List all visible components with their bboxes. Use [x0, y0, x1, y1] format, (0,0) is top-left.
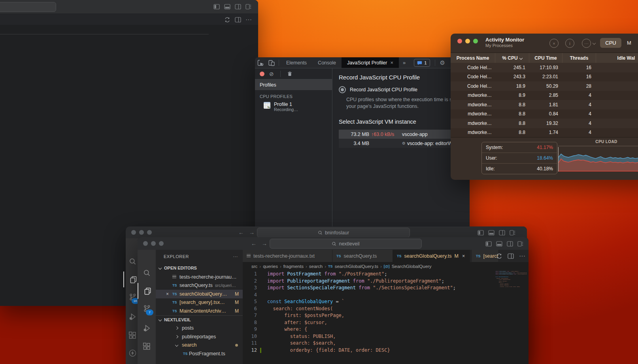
process-row[interactable]: Code Hel…18.950.2928	[451, 81, 638, 91]
toggle-sidebar-icon[interactable]	[213, 4, 220, 10]
process-row[interactable]: Code Hel…243.32:23.0116	[451, 72, 638, 82]
code-editor[interactable]: 1import PostFragment from "./PostFragmen…	[243, 271, 529, 364]
command-center-search[interactable]: nextleveil	[270, 239, 422, 249]
back-icon[interactable]: ←	[251, 240, 257, 247]
tree-item-posts[interactable]: posts	[156, 324, 243, 333]
minimize-button[interactable]	[139, 230, 144, 235]
code-line[interactable]: 11 search: $search,	[243, 340, 529, 347]
toggle-secondary-sidebar-icon[interactable]	[499, 230, 505, 236]
process-row[interactable]: mdworke…8.81.814	[451, 100, 638, 109]
delete-profile-icon[interactable]	[287, 71, 293, 77]
tab-elements[interactable]: Elements	[281, 57, 312, 68]
process-row[interactable]: mdworke…8.92.854	[451, 91, 638, 100]
code-line[interactable]: 8 after: $cursor,	[243, 319, 529, 326]
customize-layout-icon[interactable]	[510, 230, 516, 236]
vm-instance-row[interactable]: 73.2 MB ↑63.0 kB/s vscode-app	[339, 130, 470, 139]
titlebar[interactable]: ← → nextleveil	[138, 237, 529, 250]
col-idle-wake[interactable]: Idle Wal	[596, 53, 638, 63]
breadcrumb-item[interactable]: search	[309, 264, 323, 269]
command-center-search[interactable]: bninfoslaur	[257, 228, 410, 238]
process-row[interactable]: mdworke…8.80.844	[451, 109, 638, 119]
open-editor-item[interactable]: TS MainContentArchiv… M	[156, 307, 243, 315]
code-line[interactable]: 6 search: contentNodes(	[243, 306, 529, 313]
explorer-icon[interactable]	[138, 283, 157, 299]
zoom-button[interactable]	[147, 230, 152, 235]
explorer-more-icon[interactable]: ···	[233, 254, 238, 259]
cpu-profile-radio[interactable]	[339, 86, 346, 93]
minimize-button[interactable]	[465, 39, 470, 43]
col-cpu-percent[interactable]: % CPU	[495, 53, 529, 63]
tree-item-publireportages[interactable]: publireportages	[156, 332, 243, 341]
open-editor-item[interactable]: tests-recherche-journau…	[156, 273, 243, 281]
tab-tests-recherche[interactable]: tests-recherche-journaux.txt	[243, 250, 332, 262]
code-line[interactable]: 7 first: $postsPerPage,	[243, 312, 529, 319]
toggle-panel-icon[interactable]	[488, 230, 495, 236]
settings-gear-icon[interactable]: ⚙	[440, 59, 445, 66]
more-actions-icon[interactable]: ···	[245, 16, 252, 23]
tab-search-query-tsx[interactable]: TS [search_query].tsx	[472, 250, 499, 262]
toggle-sidebar-icon[interactable]	[478, 230, 484, 236]
toggle-secondary-sidebar-icon[interactable]	[507, 241, 513, 247]
forward-icon[interactable]: →	[262, 240, 267, 247]
process-row[interactable]: Code Hel…245.117:10.9316	[451, 63, 638, 72]
memory-tab[interactable]: M	[627, 40, 631, 46]
process-row[interactable]: mdworke…8.819.324	[451, 119, 638, 128]
close-tab-icon[interactable]: ×	[390, 60, 393, 66]
tree-item-postfragment[interactable]: TS PostFragment.ts	[156, 349, 243, 358]
more-options-icon[interactable]: ···	[582, 39, 591, 48]
titlebar[interactable]: Activity Monitor My Processes × i ··· CP…	[451, 34, 638, 53]
tab-console[interactable]: Console	[312, 57, 342, 68]
console-messages-badge[interactable]: 1	[414, 59, 430, 67]
workspace-root-section[interactable]: NEXTLEVEIL	[156, 315, 243, 324]
minimap[interactable]: import PostFragment from "./PostFragment…	[495, 271, 527, 315]
toggle-sidebar-icon[interactable]	[485, 241, 492, 247]
code-line[interactable]: 3import SectionsSpecialeFragment from ".…	[243, 285, 529, 292]
split-editor-icon[interactable]	[508, 253, 514, 259]
forward-icon[interactable]: →	[249, 229, 255, 236]
col-process-name[interactable]: Process Name	[451, 53, 495, 63]
open-changes-icon[interactable]	[224, 17, 230, 23]
col-threads[interactable]: Threads	[562, 53, 596, 63]
close-button[interactable]	[131, 230, 136, 235]
source-control-icon[interactable]: 7	[138, 300, 156, 316]
process-row[interactable]: mdworke…8.81.744	[451, 128, 638, 138]
inspect-element-icon[interactable]	[255, 57, 266, 68]
code-line[interactable]: 4	[243, 292, 529, 299]
command-center-search[interactable]	[0, 2, 56, 12]
zoom-button[interactable]	[159, 241, 164, 246]
quit-process-icon[interactable]: ×	[549, 39, 559, 48]
col-cpu-time[interactable]: CPU Time	[529, 53, 562, 63]
tab-javascript-profiler[interactable]: JavaScript Profiler×	[342, 57, 399, 68]
toggle-secondary-sidebar-icon[interactable]	[235, 4, 241, 10]
customize-layout-icon[interactable]	[245, 4, 252, 10]
tree-item-search[interactable]: search	[156, 341, 243, 350]
tab-searchquery[interactable]: TS searchQuery.ts	[332, 250, 393, 262]
close-tab-icon[interactable]: ×	[462, 253, 465, 259]
profiles-panel-header[interactable]: Profiles	[255, 79, 332, 90]
search-icon[interactable]	[138, 265, 156, 281]
clear-icon[interactable]: ⊘	[269, 71, 274, 77]
code-line[interactable]: 12 orderby: {field: DATE, order: DESC}	[243, 347, 529, 354]
close-button[interactable]	[457, 39, 462, 43]
open-editor-item-selected[interactable]: × TS searchGlobalQuery… M	[156, 290, 243, 298]
extensions-icon[interactable]	[138, 338, 156, 354]
minimize-button[interactable]	[151, 241, 156, 246]
open-editor-item[interactable]: TS [search_query].tsx… M	[156, 298, 243, 307]
inspect-process-icon[interactable]: i	[565, 39, 574, 48]
code-line[interactable]: 9 where: {	[243, 326, 529, 333]
run-debug-icon[interactable]	[138, 320, 156, 336]
profile-entry[interactable]: Profile 1 Recording…	[255, 100, 332, 112]
open-editors-section[interactable]: OPEN EDITORS	[156, 263, 243, 273]
device-toolbar-icon[interactable]	[266, 57, 277, 68]
cpu-tab[interactable]: CPU	[600, 38, 621, 48]
window-titlebar[interactable]	[0, 0, 258, 14]
code-line[interactable]: 10 status: PUBLISH,	[243, 333, 529, 340]
more-tabs-icon[interactable]: »	[399, 60, 410, 66]
back-icon[interactable]: ←	[238, 229, 244, 236]
open-editor-item[interactable]: TS searchQuery.tssrc/queri…	[156, 281, 243, 290]
code-line[interactable]: 1import PostFragment from "./PostFragmen…	[243, 271, 529, 278]
customize-layout-icon[interactable]	[517, 241, 524, 247]
open-changes-icon[interactable]	[496, 253, 502, 259]
close-button[interactable]	[143, 241, 148, 246]
vm-instance-row[interactable]: 3.4 MB ⚙vscode-app: editorWork	[339, 139, 470, 148]
